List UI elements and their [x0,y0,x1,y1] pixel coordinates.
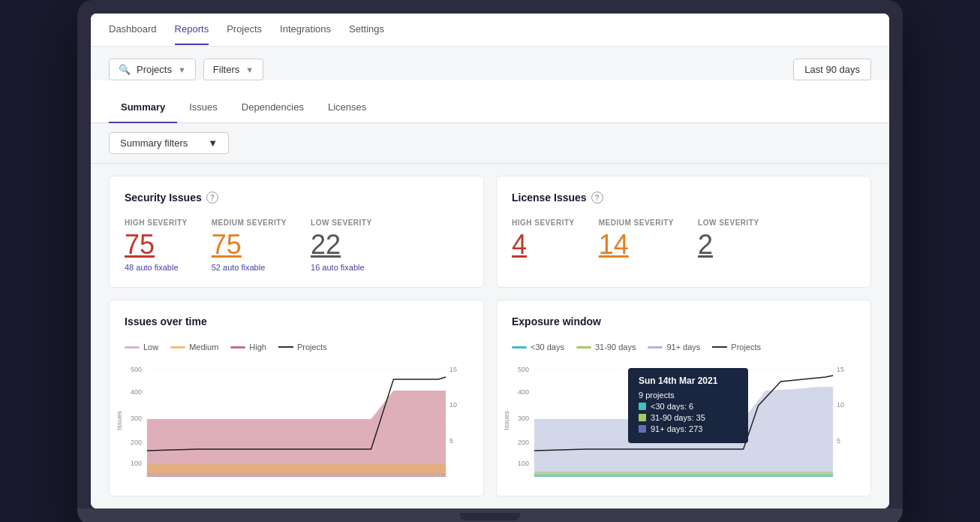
svg-text:15: 15 [837,366,844,373]
date-range-button[interactable]: Last 90 days [793,59,871,80]
tooltip-lt90-row: 31-90 days: 35 [639,413,738,422]
security-low-metric: LOW SEVERITY 22 16 auto fixable [311,219,372,272]
tooltip-lt30-row: <30 days: 6 [639,402,738,411]
toolbar: 🔍 Projects ▼ Filters ▼ Last 90 days [109,59,871,80]
exposure-chart-legend: <30 days 31-90 days 91+ days Projec [512,342,855,352]
main-grid: Security Issues ? HIGH SEVERITY 75 48 au… [91,164,889,508]
security-high-metric: HIGH SEVERITY 75 48 auto fixable [125,219,188,272]
nav-dashboard[interactable]: Dashboard [109,14,157,45]
projects-dropdown[interactable]: 🔍 Projects ▼ [109,59,196,80]
legend-medium: Medium [170,342,218,352]
svg-text:15: 15 [449,366,457,373]
svg-text:100: 100 [518,460,529,467]
svg-text:10: 10 [449,401,457,409]
nav-bar: Dashboard Reports Projects Integrations … [91,14,889,47]
tab-licenses[interactable]: Licenses [316,92,378,123]
issues-over-time-card: Issues over time Low Medium [109,300,484,496]
legend-exp-projects: Projects [712,342,761,352]
svg-text:500: 500 [518,366,529,373]
svg-text:500: 500 [131,366,142,373]
security-info-icon[interactable]: ? [206,192,218,204]
svg-text:300: 300 [131,415,142,422]
high-legend-swatch [230,346,245,349]
toolbar-left: 🔍 Projects ▼ Filters ▼ [109,59,263,80]
svg-text:400: 400 [518,388,529,396]
security-metrics-row: HIGH SEVERITY 75 48 auto fixable MEDIUM … [125,219,468,272]
projects-legend-line [278,346,293,348]
summary-filters-bar: Summary filters ▼ [91,123,889,164]
issues-chart-svg: 500 400 300 200 100 [125,361,468,481]
license-issues-card: License Issues ? HIGH SEVERITY 4 MEDIUM … [496,176,871,288]
nav-reports[interactable]: Reports [175,14,209,45]
search-icon: 🔍 [119,64,131,75]
legend-projects: Projects [278,342,327,352]
issues-y-axis-label: Issues [116,411,123,430]
security-medium-metric: MEDIUM SEVERITY 75 52 auto fixable [212,219,287,272]
svg-text:5: 5 [837,437,840,445]
tabs-bar: Summary Issues Dependencies Licenses [91,92,889,123]
lt90-legend-swatch [576,346,591,349]
legend-low: Low [125,342,158,352]
license-metrics-row: HIGH SEVERITY 4 MEDIUM SEVERITY 14 LOW S… [512,219,855,263]
tooltip-lt30-swatch [639,403,646,410]
legend-gt91: 91+ days [648,342,700,352]
license-medium-metric: MEDIUM SEVERITY 14 [599,219,674,263]
security-issues-title: Security Issues ? [125,192,468,204]
svg-text:5: 5 [449,437,453,445]
license-info-icon[interactable]: ? [591,192,603,204]
svg-marker-12 [147,473,446,477]
svg-text:400: 400 [131,388,142,396]
svg-marker-28 [534,475,833,477]
lt30-legend-swatch [512,346,527,349]
exposure-y-axis-label: Issues [503,411,510,430]
gt91-legend-swatch [648,346,663,349]
low-legend-swatch [125,346,140,349]
tooltip-projects-row: 9 projects [639,391,738,400]
license-issues-title: License Issues ? [512,192,855,204]
svg-text:100: 100 [131,460,142,467]
exposure-window-card: Exposure window <30 days 31-90 days [496,300,871,496]
nav-settings[interactable]: Settings [349,14,384,45]
issues-chart-wrap: Issues 500 400 300 200 100 [125,361,468,481]
security-issues-card: Security Issues ? HIGH SEVERITY 75 48 au… [109,176,484,288]
license-high-metric: HIGH SEVERITY 4 [512,219,575,263]
legend-lt90: 31-90 days [576,342,636,352]
svg-marker-10 [147,391,446,477]
nav-projects[interactable]: Projects [227,14,262,45]
issues-chart-legend: Low Medium High Projects [125,342,468,352]
tab-issues[interactable]: Issues [177,92,230,123]
medium-legend-swatch [170,346,185,349]
filters-dropdown[interactable]: Filters ▼ [203,59,263,80]
legend-high: High [230,342,266,352]
legend-lt30: <30 days [512,342,564,352]
chevron-down-icon: ▼ [178,65,186,74]
exp-projects-legend-line [712,346,727,348]
tooltip-title: Sun 14th Mar 2021 [639,376,738,386]
nav-integrations[interactable]: Integrations [280,14,331,45]
chevron-down-icon: ▼ [208,137,218,149]
summary-filters-button[interactable]: Summary filters ▼ [109,132,229,154]
exposure-tooltip: Sun 14th Mar 2021 9 projects <30 days: 6… [628,368,748,443]
svg-text:10: 10 [837,401,844,409]
issues-over-time-title: Issues over time [125,315,468,327]
tooltip-gt91-row: 91+ days: 273 [639,424,738,433]
chevron-down-icon: ▼ [245,65,254,74]
tab-dependencies[interactable]: Dependencies [230,92,316,123]
tooltip-gt91-swatch [639,425,646,433]
tab-summary[interactable]: Summary [109,92,177,123]
exposure-chart-wrap: Issues 500 400 300 200 100 [512,361,855,481]
svg-text:300: 300 [518,415,529,422]
svg-text:200: 200 [131,439,142,446]
svg-text:200: 200 [518,439,529,446]
license-low-metric: LOW SEVERITY 2 [698,219,759,263]
tooltip-lt90-swatch [639,414,646,421]
exposure-window-title: Exposure window [512,315,855,327]
